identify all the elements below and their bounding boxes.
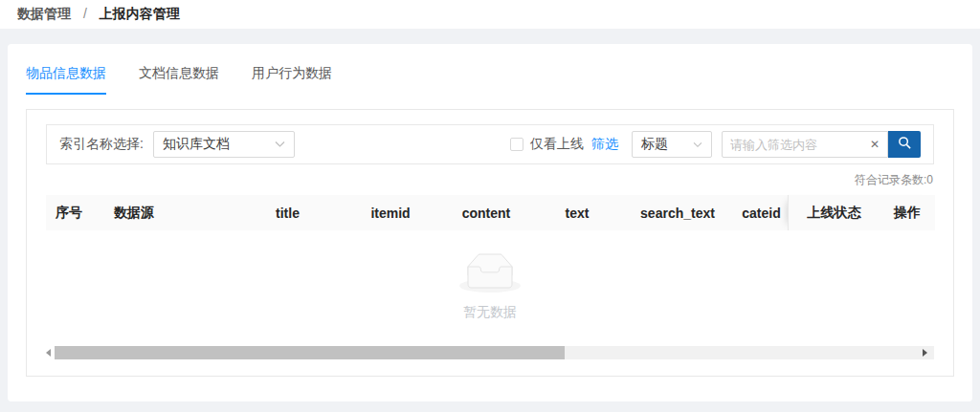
online-only-label: 仅看上线: [530, 136, 584, 153]
index-select-value: 知识库文档: [163, 136, 230, 153]
column-header-index: 序号: [46, 205, 99, 222]
tab-content-panel: 索引名称选择: 知识库文档 仅看上线 筛选 标题: [26, 109, 954, 377]
index-select[interactable]: 知识库文档: [153, 131, 295, 158]
field-select[interactable]: 标题: [632, 131, 712, 158]
main-card: 物品信息数据 文档信息数据 用户行为数据 索引名称选择: 知识库文档 仅看上线 …: [8, 44, 972, 401]
scroll-right-arrow-icon[interactable]: [923, 348, 930, 358]
search-field-group: ✕: [722, 131, 921, 158]
index-select-group: 索引名称选择: 知识库文档: [59, 131, 295, 158]
scroll-left-arrow-icon[interactable]: [41, 346, 55, 359]
column-header-itemid: itemid: [343, 206, 438, 221]
column-header-cateid: cateid: [735, 206, 788, 221]
breadcrumb: 数据管理 / 上报内容管理: [17, 6, 180, 23]
column-header-online-status: 上线状态: [789, 205, 880, 222]
table-header-fixed-columns: 上线状态 操作: [788, 195, 935, 230]
empty-state-label: 暂无数据: [463, 304, 517, 321]
tab-item-info-data[interactable]: 物品信息数据: [26, 65, 106, 95]
column-header-search-text: search_text: [620, 206, 735, 221]
breadcrumb-separator: /: [83, 6, 87, 21]
search-group: 仅看上线 筛选 标题 ✕: [510, 131, 921, 158]
index-select-label: 索引名称选择:: [59, 136, 144, 153]
horizontal-scrollbar: [41, 346, 934, 359]
column-header-title: title: [233, 206, 343, 221]
column-header-content: content: [438, 206, 534, 221]
column-header-actions: 操作: [880, 205, 935, 222]
chevron-down-icon: [275, 141, 285, 148]
filter-bar: 索引名称选择: 知识库文档 仅看上线 筛选 标题: [46, 124, 934, 164]
search-input-box: ✕: [722, 131, 888, 158]
result-count: 符合记录条数:0: [47, 172, 933, 188]
table-header-row: 序号 数据源 title itemid content text search_…: [46, 195, 934, 230]
tab-user-behavior-data[interactable]: 用户行为数据: [252, 65, 332, 95]
empty-box-icon: [459, 253, 521, 296]
clear-icon[interactable]: ✕: [864, 138, 880, 151]
top-bar: 数据管理 / 上报内容管理: [0, 0, 980, 29]
column-header-datasource: 数据源: [99, 205, 233, 222]
search-button[interactable]: [888, 131, 921, 158]
breadcrumb-item-data-management[interactable]: 数据管理: [17, 6, 71, 21]
tab-bar: 物品信息数据 文档信息数据 用户行为数据: [26, 65, 954, 95]
scrollbar-thumb[interactable]: [55, 346, 565, 359]
filter-link[interactable]: 筛选: [591, 136, 618, 153]
column-header-text: text: [534, 206, 620, 221]
search-icon: [898, 136, 912, 153]
online-only-checkbox[interactable]: [510, 138, 523, 151]
field-select-value: 标题: [641, 136, 668, 153]
tab-doc-info-data[interactable]: 文档信息数据: [139, 65, 219, 95]
search-input[interactable]: [730, 138, 864, 152]
chevron-down-icon: [693, 141, 702, 148]
empty-state: 暂无数据: [46, 253, 934, 321]
scrollbar-track[interactable]: [55, 346, 934, 359]
breadcrumb-item-report-content: 上报内容管理: [100, 6, 180, 21]
